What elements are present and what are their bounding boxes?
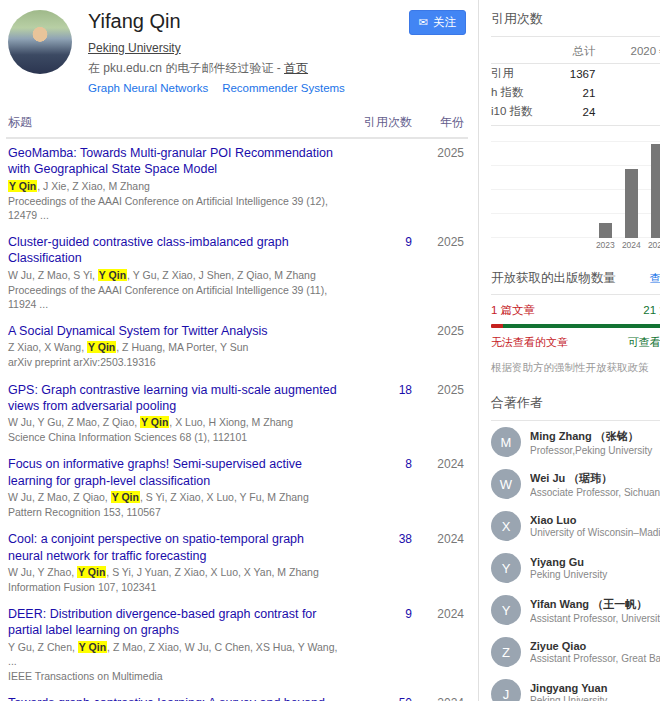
publication-title-link[interactable]: GPS: Graph contrastive learning via mult… (8, 382, 342, 415)
main-column: Yifang Qin Peking University 在 pku.edu.c… (0, 0, 478, 701)
profile-header: Yifang Qin Peking University 在 pku.edu.c… (6, 8, 468, 104)
coauthor-avatar: Y (491, 595, 521, 625)
coauthor-name-link[interactable]: Xiao Luo (530, 514, 660, 526)
coauthor-name-link[interactable]: Ziyue Qiao (530, 640, 660, 652)
follow-button[interactable]: ✉ 关注 (409, 10, 466, 35)
coauthor-row[interactable]: Y Yiyang Gu Peking University › (491, 547, 660, 589)
publication-year: 2024 (412, 456, 468, 519)
citation-stat-row: i10 指数2424 (491, 102, 660, 125)
citations-chart: 202320242025 7205403601800 (491, 140, 660, 252)
publication-row: Cluster-guided contrastive class-imbalan… (6, 228, 468, 317)
chart-plot-area: 202320242025 (491, 142, 660, 238)
publication-venue: Proceedings of the AAAI Conference on Ar… (8, 283, 342, 311)
coauthor-avatar: M (491, 427, 521, 457)
coauthor-avatar: Y (491, 553, 521, 583)
publication-year: 2025 (412, 234, 468, 311)
cited-by-count[interactable]: 9 (350, 234, 412, 311)
publication-title-link[interactable]: A Social Dynamical System for Twitter An… (8, 323, 342, 339)
verified-email-line: 在 pku.edu.cn 的电子邮件经过验证 - 首页 (88, 60, 468, 77)
affiliation-link[interactable]: Peking University (88, 41, 181, 55)
coauthor-row[interactable]: X Xiao Luo University of Wisconsin–Madis… (491, 505, 660, 547)
chart-bar-2023[interactable]: 2023 (599, 142, 612, 238)
unavailable-count: 1 篇文章 (491, 303, 535, 318)
coauthor-row[interactable]: Z Ziyue Qiao Assistant Professor, Great … (491, 631, 660, 673)
view-all-link[interactable]: 查看全部 (650, 271, 660, 286)
publication-row: GeoMamba: Towards Multi-granular POI Rec… (6, 139, 468, 228)
unavailable-bar-segment (491, 324, 503, 328)
coauthor-name-link[interactable]: Yiyang Gu (530, 556, 660, 568)
publication-year: 2025 (412, 382, 468, 445)
coauthor-avatar: X (491, 511, 521, 541)
publication-title-link[interactable]: Cluster-guided contrastive class-imbalan… (8, 234, 342, 267)
interest-link[interactable]: Recommender Systems (222, 82, 345, 94)
coauthor-avatar: J (491, 679, 521, 701)
coauthor-row[interactable]: W Wei Ju （琚玮） Associate Professor, Sichu… (491, 463, 660, 505)
coauthor-row[interactable]: J Jingyang Yuan Peking University › (491, 673, 660, 701)
homepage-link[interactable]: 首页 (284, 61, 308, 75)
coauthor-row[interactable]: M Ming Zhang （张铭） Professor,Peking Unive… (491, 421, 660, 463)
cited-by-count[interactable]: 38 (350, 531, 412, 594)
x-axis-tick-label: 2025 (648, 240, 660, 250)
publication-title-link[interactable]: Towards graph contrastive learning: A su… (8, 695, 342, 701)
publication-row: GPS: Graph contrastive learning via mult… (6, 376, 468, 451)
coauthor-affiliation: University of Wisconsin–Madison (530, 527, 660, 538)
coauthor-affiliation: Assistant Professor, Great Bay U... (530, 653, 660, 664)
highlighted-author: Y Qin (140, 416, 169, 428)
interests-list: Graph Neural NetworksRecommender Systems (88, 82, 468, 94)
cited-by-count[interactable]: 9 (350, 606, 412, 683)
available-bar-segment (503, 324, 660, 328)
x-axis-tick-label: 2024 (622, 240, 641, 250)
citation-stat-row: 引用13671367 (491, 64, 660, 84)
publication-row: Towards graph contrastive learning: A su… (6, 689, 468, 701)
open-access-counts: 1 篇文章 21 篇文章 (491, 303, 660, 318)
cited-by-count[interactable]: 50 (350, 695, 412, 701)
coauthor-name-link[interactable]: Jingyang Yuan (530, 682, 660, 694)
citation-stats-table: 总计 2020 年至今 引用13671367h 指数2121i10 指数2424 (491, 39, 660, 125)
coauthor-affiliation: Associate Professor, Sichuan Un... (530, 487, 660, 498)
publication-title-link[interactable]: DEER: Distribution divergence-based grap… (8, 606, 342, 639)
publication-title-link[interactable]: Cool: a conjoint perspective on spatio-t… (8, 531, 342, 564)
citations-panel: 引用次数 总计 2020 年至今 引用13671367h 指数2121i10 指… (491, 10, 660, 252)
column-header-year[interactable]: 年份 (412, 114, 468, 131)
cited-by-count[interactable] (350, 145, 412, 222)
citations-heading[interactable]: 引用次数 (491, 10, 660, 36)
publication-year: 2025 (412, 323, 468, 370)
coauthor-row[interactable]: Y Yifan Wang （王一帆） Assistant Professor, … (491, 589, 660, 631)
column-header-title[interactable]: 标题 (8, 114, 350, 131)
stats-header-all: 总计 (556, 39, 596, 64)
cited-by-count[interactable] (350, 323, 412, 370)
open-access-heading: 开放获取的出版物数量 (491, 270, 616, 287)
publications-list: GeoMamba: Towards Multi-granular POI Rec… (6, 139, 468, 701)
coauthors-list: M Ming Zhang （张铭） Professor,Peking Unive… (491, 421, 660, 701)
unavailable-label: 无法查看的文章 (491, 335, 568, 350)
open-access-progress-bar (491, 324, 660, 328)
publication-title-link[interactable]: Focus on informative graphs! Semi-superv… (8, 456, 342, 489)
coauthor-avatar: Z (491, 637, 521, 667)
publication-venue: Information Fusion 107, 102341 (8, 580, 342, 594)
cited-by-count[interactable]: 18 (350, 382, 412, 445)
cited-by-count[interactable]: 8 (350, 456, 412, 519)
coauthor-name-link[interactable]: Wei Ju （琚玮） (530, 471, 660, 486)
coauthor-affiliation: Professor,Peking University (530, 445, 660, 456)
chart-bar-2025[interactable]: 2025 (651, 142, 660, 238)
publication-venue: IEEE Transactions on Multimedia (8, 669, 342, 683)
coauthor-name-link[interactable]: Ming Zhang （张铭） (530, 429, 660, 444)
coauthor-affiliation: Peking University (530, 569, 660, 580)
stats-empty-header (491, 39, 556, 64)
highlighted-author: Y Qin (78, 641, 107, 653)
publication-year: 2025 (412, 145, 468, 222)
follow-label: 关注 (433, 15, 456, 30)
coauthor-avatar: W (491, 469, 521, 499)
citation-stat-row: h 指数2121 (491, 83, 660, 102)
column-header-cited-by[interactable]: 引用次数 (350, 114, 412, 131)
coauthor-affiliation: Peking University (530, 695, 660, 701)
publication-authors: W Ju, Z Mao, Z Qiao, Y Qin, S Yi, Z Xiao… (8, 490, 342, 504)
chart-bar-2024[interactable]: 2024 (625, 142, 638, 238)
coauthor-name-link[interactable]: Yifan Wang （王一帆） (530, 597, 660, 612)
publication-row: A Social Dynamical System for Twitter An… (6, 317, 468, 376)
interest-link[interactable]: Graph Neural Networks (88, 82, 208, 94)
publication-venue: arXiv preprint arXiv:2503.19316 (8, 355, 342, 369)
profile-photo[interactable] (8, 10, 72, 74)
publication-title-link[interactable]: GeoMamba: Towards Multi-granular POI Rec… (8, 145, 342, 178)
publications-table: 标题 引用次数 年份 GeoMamba: Towards Multi-granu… (6, 108, 468, 701)
